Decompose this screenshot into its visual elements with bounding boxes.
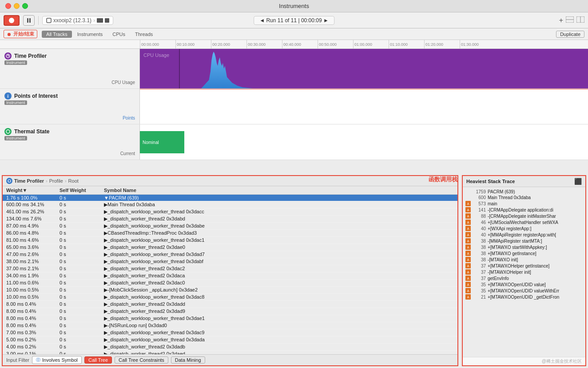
table-row[interactable]: 7.00 ms 0.3% 0 s ▶_dispatch_workloop_wor…	[3, 329, 457, 336]
tab-all-tracks[interactable]: All Tracks	[42, 31, 72, 38]
stack-item-icon: A	[465, 263, 471, 268]
stack-item[interactable]: A 40 +[MMApiRegister registerApp:with[	[463, 232, 585, 238]
stack-count: 21	[473, 295, 486, 300]
table-row[interactable]: 37.00 ms 2.1% 0 s ▶_dispatch_worker_thre…	[3, 265, 457, 272]
tab-cpus[interactable]: CPUs	[108, 31, 130, 38]
stack-item-icon: A	[465, 207, 471, 212]
stack-header-title: Heaviest Stack Trace	[466, 179, 515, 184]
cell-weight: 8.00 ms 0.4%	[6, 308, 60, 314]
track-content-poi[interactable]	[140, 89, 588, 124]
stack-item[interactable]: A 37 getEnvInfo	[463, 275, 585, 281]
add-button[interactable]: +	[559, 16, 563, 24]
stack-item[interactable]: A 35 +[MTAWXOOpenUDID value]	[463, 281, 585, 288]
table-row[interactable]: 134.00 ms 7.6% 0 s ▶_dispatch_worker_thr…	[3, 216, 457, 223]
table-row[interactable]: 38.00 ms 2.1% 0 s ▶_dispatch_workloop_wo…	[3, 258, 457, 265]
cell-symbol: ▶_dispatch_workloop_worker_thread 0x3dac…	[104, 294, 454, 300]
cell-symbol: ▶_dispatch_workloop_worker_thread 0x3dad…	[104, 252, 454, 257]
minimize-button[interactable]	[14, 3, 20, 9]
stack-name: +[WXApi registerApp:]	[488, 226, 532, 231]
cell-symbol: ▶-[NSRunLoop run] 0x3dad0	[104, 323, 454, 328]
track-content-time-profiler[interactable]: CPU Usage	[140, 49, 588, 88]
panel-header-root[interactable]: Root	[68, 178, 79, 184]
table-row[interactable]: 11.00 ms 0.6% 0 s ▶_dispatch_worker_thre…	[3, 280, 457, 287]
stack-count: 38	[473, 251, 486, 256]
maximize-button[interactable]	[22, 3, 28, 9]
cell-weight: 8.00 ms 0.4%	[6, 301, 60, 307]
layout-button2[interactable]	[576, 16, 584, 24]
record-button[interactable]	[4, 15, 20, 26]
stack-item[interactable]: 1759 PACRM (639)	[463, 189, 585, 195]
pause-button[interactable]	[23, 15, 35, 26]
panel-header-time-profiler[interactable]: Time Profiler	[14, 178, 44, 184]
stack-item-icon: A	[465, 257, 471, 262]
stack-item-icon: A	[465, 238, 471, 244]
stack-header-icon[interactable]: ⬛	[574, 178, 582, 185]
table-row[interactable]: 10.00 ms 0.5% 0 s ▶-[MobClickSession _ap…	[3, 287, 457, 294]
table-row[interactable]: 34.00 ms 1.9% 0 s ▶_dispatch_worker_thre…	[3, 272, 457, 280]
stack-item[interactable]: A 38 -[MTAWXO init]	[463, 256, 585, 263]
svg-rect-4	[97, 18, 103, 23]
table-row[interactable]: 461.00 ms 26.2% 0 s ▶_dispatch_workloop_…	[3, 208, 457, 216]
table-row[interactable]: 3.00 ms 0.1% 0 s ▶_dispatch_worker_threa…	[3, 351, 457, 354]
stack-item[interactable]: A 40 +[WXApi registerApp:]	[463, 225, 585, 232]
call-tree-tab[interactable]: Call Tree	[84, 356, 112, 364]
stack-name: getEnvInfo	[488, 276, 509, 281]
close-button[interactable]	[5, 3, 11, 9]
start-stop-label: 开始/结束	[13, 31, 34, 37]
cell-symbol: ▶_dispatch_workloop_worker_thread 0x3dad…	[104, 337, 454, 343]
table-row[interactable]: 81.00 ms 4.6% 0 s ▶_dispatch_workloop_wo…	[3, 237, 457, 244]
table-row[interactable]: 5.00 ms 0.2% 0 s ▶_dispatch_workloop_wor…	[3, 336, 457, 344]
cell-symbol: ▶_dispatch_worker_thread2 0x3dadb	[104, 344, 454, 350]
svg-rect-3	[47, 18, 51, 23]
table-row[interactable]: 65.00 ms 3.6% 0 s ▶_dispatch_worker_thre…	[3, 244, 457, 251]
stack-item[interactable]: A 38 +[MTAWXO getInstance]	[463, 250, 585, 256]
stack-item[interactable]: A 37 -[MTAWXOHelper init]	[463, 269, 585, 275]
duplicate-button[interactable]: Duplicate	[556, 31, 584, 38]
stack-name: -[MTAWXOHelper init]	[488, 270, 531, 275]
stack-item[interactable]: A 37 +[MTAWXOHelper getInstance]	[463, 263, 585, 269]
svg-marker-13	[175, 52, 588, 88]
table-row[interactable]: 8.00 ms 0.4% 0 s ▶_dispatch_worker_threa…	[3, 301, 457, 308]
table-row[interactable]: 8.00 ms 0.4% 0 s ▶-[NSRunLoop run] 0x3da…	[3, 322, 457, 329]
stack-name: PACRM (639)	[488, 189, 515, 194]
stack-item[interactable]: A 141 -[CRMAppDelegate application:di	[463, 207, 585, 213]
cell-symbol: ▼PACRM (639)	[104, 195, 454, 200]
cell-self: 0 s	[60, 195, 104, 200]
table-row[interactable]: 4.00 ms 0.2% 0 s ▶_dispatch_worker_threa…	[3, 344, 457, 351]
panel-header-icon	[6, 178, 12, 184]
call-tree-table[interactable]: 1.76 s 100.0% 0 s ▼PACRM (639) 600.00 ms…	[3, 195, 457, 354]
table-row[interactable]: 8.00 ms 0.4% 0 s ▶_dispatch_workloop_wor…	[3, 315, 457, 322]
table-row[interactable]: 47.00 ms 2.6% 0 s ▶_dispatch_workloop_wo…	[3, 251, 457, 258]
table-row[interactable]: 600.00 ms 34.1% 0 s ▶Main Thread 0x3daba	[3, 201, 457, 208]
stack-item[interactable]: A 46 +[UMSocialWechatHandler setWXA	[463, 219, 585, 225]
track-thermal: Thermal State Instrument Current Nominal…	[0, 124, 588, 160]
table-row[interactable]: 8.00 ms 0.4% 0 s ▶_dispatch_worker_threa…	[3, 308, 457, 315]
stack-item[interactable]: A 573 main	[463, 200, 585, 207]
stack-item[interactable]: A 38 +[MTAWXO startWithAppkey:]	[463, 244, 585, 250]
stack-item[interactable]: 600 Main Thread 0x3daba	[463, 195, 585, 200]
stack-item[interactable]: A 88 -[CRMAppDelegate initMasterShar	[463, 213, 585, 219]
table-row[interactable]: 1.76 s 100.0% 0 s ▼PACRM (639)	[3, 195, 457, 201]
panel-header-profile[interactable]: Profile	[49, 178, 63, 184]
stack-list[interactable]: 1759 PACRM (639) 600 Main Thread 0x3daba…	[463, 187, 585, 357]
tab-instruments[interactable]: Instruments	[73, 31, 107, 38]
stack-item[interactable]: A 35 +[MTAWXOOpenUDID valueWithErr	[463, 288, 585, 294]
table-row[interactable]: 10.00 ms 0.5% 0 s ▶_dispatch_workloop_wo…	[3, 294, 457, 301]
data-mining-tab[interactable]: Data Mining	[171, 356, 205, 364]
cell-self: 0 s	[60, 323, 104, 328]
track-content-thermal[interactable]: Nominal 调用函数及耗时	[140, 124, 588, 160]
col-symbol: Symbol Name	[104, 188, 454, 193]
cell-weight: 87.00 ms 4.9%	[6, 223, 60, 229]
involves-symbol[interactable]: ⓪ Involves Symbol	[32, 356, 82, 364]
ruler-marks: 00:00.000 00:10.000 00:20.000 00:30.000 …	[140, 40, 588, 49]
involves-label: Involves Symbol	[42, 357, 78, 363]
table-row[interactable]: 87.00 ms 4.9% 0 s ▶_dispatch_workloop_wo…	[3, 223, 457, 230]
stack-item[interactable]: A 38 -[MMApiRegister startMTA:]	[463, 238, 585, 244]
call-tree-constraints-tab[interactable]: Call Tree Constraints	[115, 356, 168, 364]
tab-threads[interactable]: Threads	[131, 31, 157, 38]
table-row[interactable]: 86.00 ms 4.8% 0 s ▶CBasedThreadImp::Thre…	[3, 230, 457, 237]
call-tree-panel: Time Profiler › Profile › Root Weight▼ S…	[2, 175, 458, 366]
stack-count: 35	[473, 282, 486, 287]
stack-item[interactable]: A 21 +[MTAWXOOpenUDID _getDictFron	[463, 294, 585, 300]
layout-button1[interactable]	[566, 16, 574, 24]
